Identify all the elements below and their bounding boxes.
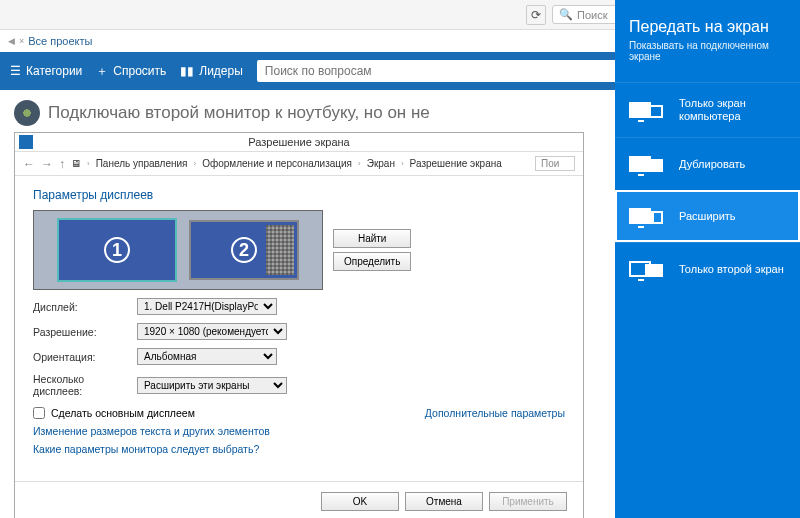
cp-search[interactable]: Пои <box>535 156 575 171</box>
window-icon <box>19 135 33 149</box>
pc-only-icon <box>629 98 667 122</box>
nav-categories[interactable]: ☰ Категории <box>10 64 82 78</box>
project-option-extend[interactable]: Расширить <box>615 190 800 242</box>
make-main-label: Сделать основным дисплеем <box>51 407 195 419</box>
project-option-duplicate[interactable]: Дублировать <box>615 137 800 190</box>
textsize-link[interactable]: Изменение размеров текста и других элеме… <box>33 425 565 437</box>
window-titlebar: Разрешение экрана <box>15 133 583 151</box>
project-panel: Передать на экран Показывать на подключе… <box>615 0 800 518</box>
plus-icon: ＋ <box>96 63 108 80</box>
project-subtitle: Показывать на подключенном экране <box>629 40 786 62</box>
display-select[interactable]: 1. Dell P2417H(DisplayPort) <box>137 298 277 315</box>
folder-icon: 🖥 <box>71 158 81 169</box>
nav-leaders[interactable]: ▮▮ Лидеры <box>180 64 243 78</box>
monitor-2[interactable]: 2 <box>189 220 299 280</box>
find-button[interactable]: Найти <box>333 229 411 248</box>
browser-search-placeholder: Поиск <box>577 9 607 21</box>
project-option-second-only[interactable]: Только второй экран <box>615 242 800 295</box>
list-icon: ☰ <box>10 64 21 78</box>
multi-select[interactable]: Расширить эти экраны <box>137 377 287 394</box>
search-icon: 🔍 <box>559 8 573 21</box>
monitor-1[interactable]: 1 <box>57 218 177 282</box>
label-multi: Несколько дисплеев: <box>33 373 129 397</box>
cancel-button[interactable]: Отмена <box>405 492 483 511</box>
section-heading: Параметры дисплеев <box>33 188 565 202</box>
duplicate-icon <box>629 152 667 176</box>
crumb[interactable]: Оформление и персонализация <box>202 158 352 169</box>
resolution-select[interactable]: 1920 × 1080 (рекомендуется) <box>137 323 287 340</box>
crumb[interactable]: Экран <box>367 158 395 169</box>
up-icon[interactable]: ↑ <box>59 157 65 171</box>
chevron-left-icon[interactable]: ◀ <box>8 36 15 46</box>
extend-icon <box>629 204 667 228</box>
make-main-checkbox[interactable] <box>33 407 45 419</box>
which-params-link[interactable]: Какие параметры монитора следует выбрать… <box>33 443 565 455</box>
refresh-icon[interactable]: ⟳ <box>526 5 546 25</box>
back-icon[interactable]: ← <box>23 157 35 171</box>
apply-button: Применить <box>489 492 567 511</box>
chart-icon: ▮▮ <box>180 64 194 78</box>
chevron-right-icon: × <box>19 36 24 46</box>
extra-params-link[interactable]: Дополнительные параметры <box>425 407 565 419</box>
monitor-arrangement[interactable]: 1 2 <box>33 210 323 290</box>
label-resolution: Разрешение: <box>33 326 129 338</box>
control-panel-window: Разрешение экрана ← → ↑ 🖥 › Панель управ… <box>14 132 584 518</box>
label-display: Дисплей: <box>33 301 129 313</box>
forward-icon[interactable]: → <box>41 157 53 171</box>
crumb[interactable]: Панель управления <box>96 158 188 169</box>
project-title: Передать на экран <box>629 18 786 36</box>
project-option-pc-only[interactable]: Только экран компьютера <box>615 82 800 137</box>
question-title: Подключаю второй монитор к ноутбуку, но … <box>48 103 430 123</box>
detect-button[interactable]: Определить <box>333 252 411 271</box>
all-projects-link[interactable]: Все проекты <box>28 35 92 47</box>
nav-ask[interactable]: ＋ Спросить <box>96 63 166 80</box>
crumb[interactable]: Разрешение экрана <box>410 158 502 169</box>
orientation-select[interactable]: Альбомная <box>137 348 277 365</box>
asker-avatar[interactable] <box>14 100 40 126</box>
second-only-icon <box>629 257 667 281</box>
label-orientation: Ориентация: <box>33 351 129 363</box>
ok-button[interactable]: OK <box>321 492 399 511</box>
